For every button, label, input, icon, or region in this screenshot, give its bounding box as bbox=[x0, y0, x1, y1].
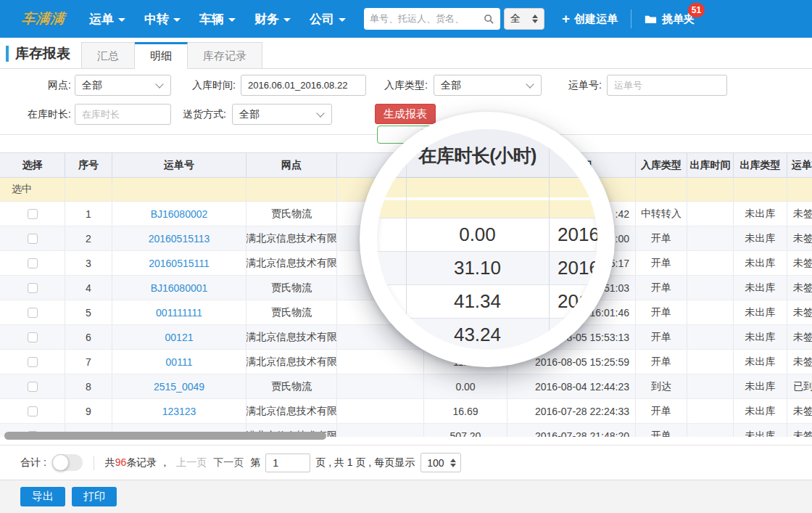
row-index: 1 bbox=[65, 202, 112, 226]
row-checkbox[interactable] bbox=[28, 283, 38, 293]
horizontal-scrollbar-thumb[interactable] bbox=[4, 432, 326, 440]
row-checkbox-cell bbox=[0, 251, 65, 275]
branch-cell: 车满满北京信息技术有限公司 bbox=[246, 325, 337, 349]
waybill-link[interactable]: 20160515111 bbox=[112, 251, 246, 275]
blank-cell bbox=[337, 424, 424, 437]
magnified-hours-value: 41.34 bbox=[406, 292, 549, 311]
nav-menu-vehicle[interactable]: 车辆 bbox=[190, 11, 245, 28]
waybill-link[interactable]: 123123 bbox=[112, 399, 246, 423]
generate-report-button[interactable]: 生成报表 bbox=[375, 104, 436, 124]
row-checkbox-cell bbox=[0, 374, 65, 398]
row-checkbox[interactable] bbox=[28, 234, 38, 244]
nav-menu-company[interactable]: 公司 bbox=[300, 11, 355, 28]
top-navbar: 车满满 运单 中转 车辆 财务 公司 单号、托运人、货名、 全 + 创建运单 挑… bbox=[0, 0, 812, 38]
create-waybill-button[interactable]: + 创建运单 bbox=[562, 11, 618, 27]
row-checkbox[interactable] bbox=[28, 209, 38, 219]
tab-stock-records[interactable]: 库存记录 bbox=[188, 42, 262, 69]
duration-label: 在库时长: bbox=[20, 104, 71, 125]
intime-range-input[interactable]: 2016.06.01_2016.08.22 bbox=[241, 75, 366, 96]
intype-cell: 开单 bbox=[636, 350, 687, 374]
folder-icon bbox=[645, 14, 657, 24]
next-page-link[interactable]: 下一页 bbox=[213, 456, 244, 469]
search-scope-select[interactable]: 全 bbox=[504, 8, 544, 30]
nav-menus: 运单 中转 车辆 财务 公司 bbox=[80, 11, 355, 28]
page-title: 库存报表 bbox=[6, 44, 70, 63]
row-checkbox[interactable] bbox=[28, 308, 38, 318]
row-checkbox[interactable] bbox=[28, 332, 38, 342]
col-header-status: 运单状态 bbox=[787, 153, 812, 177]
outtime-cell bbox=[687, 251, 734, 275]
waybill-filter-input[interactable]: 运单号 bbox=[607, 75, 727, 96]
row-checkbox[interactable] bbox=[28, 382, 38, 392]
page-number-input[interactable]: 1 bbox=[265, 454, 310, 472]
row-index: 6 bbox=[65, 325, 112, 349]
row-checkbox[interactable] bbox=[28, 357, 38, 367]
intype-select[interactable]: 全部 bbox=[434, 75, 542, 96]
print-button[interactable]: 打印 bbox=[72, 487, 117, 506]
branch-cell: 贾氏物流 bbox=[246, 276, 337, 300]
row-index: 9 bbox=[65, 399, 112, 423]
duration-input[interactable]: 在库时长 bbox=[75, 104, 171, 125]
global-search-input[interactable]: 单号、托运人、货名、 bbox=[364, 8, 500, 30]
magnifier-overlay: 在库时长(小时) 0.00 31.10 41.34 43.24 2016-08 … bbox=[360, 112, 615, 367]
row-checkbox-cell bbox=[0, 202, 65, 226]
row-index: 3 bbox=[65, 251, 112, 275]
delivery-select[interactable]: 全部 bbox=[232, 104, 332, 125]
branch-select[interactable]: 全部 bbox=[75, 75, 171, 96]
magnified-hours-value: 43.24 bbox=[406, 325, 549, 344]
magnified-hours-value: 0.00 bbox=[406, 225, 549, 244]
waybill-link[interactable]: 001111111 bbox=[112, 300, 246, 324]
plus-icon: + bbox=[562, 11, 570, 27]
row-index: 7 bbox=[65, 350, 112, 374]
nav-menu-transfer[interactable]: 中转 bbox=[135, 11, 190, 28]
col-header-outtime: 出库时间 bbox=[687, 153, 734, 177]
row-index: 4 bbox=[65, 276, 112, 300]
caret-down-icon bbox=[118, 18, 125, 22]
intype-cell: 开单 bbox=[636, 325, 687, 349]
caret-down-icon bbox=[339, 18, 346, 22]
table-row: 7 00111 车满满北京信息技术有限公司 11.66 2016-08-05 1… bbox=[0, 350, 812, 374]
nav-divider bbox=[631, 9, 631, 28]
waybill-link[interactable]: 2515_0049 bbox=[112, 374, 246, 398]
waybill-link[interactable]: 20160515113 bbox=[112, 226, 246, 250]
status-cell: 未签收 bbox=[787, 300, 812, 324]
tab-bar: 库存报表 汇总 明细 库存记录 bbox=[0, 38, 812, 69]
status-cell: 未签收 bbox=[787, 226, 812, 250]
intype-label: 入库类型: bbox=[377, 75, 428, 96]
app-logo: 车满满 bbox=[21, 9, 71, 28]
order-folder-button[interactable]: 挑单夹 51 bbox=[645, 12, 695, 26]
app-window: 车满满 运单 中转 车辆 财务 公司 单号、托运人、货名、 全 + 创建运单 挑… bbox=[0, 0, 812, 513]
page-size-select[interactable]: 100 bbox=[420, 453, 461, 472]
intype-cell: 开单 bbox=[636, 226, 687, 250]
row-index: 5 bbox=[65, 300, 112, 324]
intype-cell: 开单 bbox=[636, 424, 687, 437]
delivery-label: 送货方式: bbox=[181, 104, 226, 125]
magnified-column-header: 在库时长(小时) bbox=[406, 144, 549, 168]
export-button[interactable]: 导出 bbox=[20, 487, 65, 506]
hours-cell: 0.00 bbox=[424, 374, 508, 398]
toggle-knob bbox=[52, 454, 69, 471]
nav-menu-waybill[interactable]: 运单 bbox=[80, 11, 135, 28]
row-checkbox[interactable] bbox=[28, 406, 38, 416]
row-checkbox[interactable] bbox=[28, 258, 38, 268]
spinner-icon bbox=[450, 459, 456, 467]
status-cell: 未签收 bbox=[787, 325, 812, 349]
chevron-down-icon bbox=[526, 80, 534, 88]
waybill-link[interactable]: 00111 bbox=[112, 350, 246, 374]
waybill-link[interactable]: BJ16080001 bbox=[112, 276, 246, 300]
prev-page-link[interactable]: 上一页 bbox=[176, 456, 207, 469]
waybill-link[interactable]: 00121 bbox=[112, 325, 246, 349]
branch-cell: 车满满北京信息技术有限公司 bbox=[246, 251, 337, 275]
caret-down-icon bbox=[173, 18, 181, 22]
magnified-selected-row bbox=[377, 178, 597, 218]
tab-strip: 汇总 明细 库存记录 bbox=[81, 42, 262, 69]
tab-summary[interactable]: 汇总 bbox=[81, 42, 135, 69]
page-post-label: 页 , 共 1 页 , 每页显示 bbox=[315, 456, 415, 469]
total-toggle[interactable] bbox=[52, 454, 83, 471]
outtype-cell: 未出库 bbox=[734, 251, 787, 275]
tab-detail[interactable]: 明细 bbox=[135, 42, 188, 69]
waybill-link[interactable]: BJ16080002 bbox=[112, 202, 246, 226]
waybill-filter-label: 运单号: bbox=[563, 75, 602, 96]
magnified-col-border bbox=[549, 129, 550, 350]
nav-menu-finance[interactable]: 财务 bbox=[245, 11, 300, 28]
